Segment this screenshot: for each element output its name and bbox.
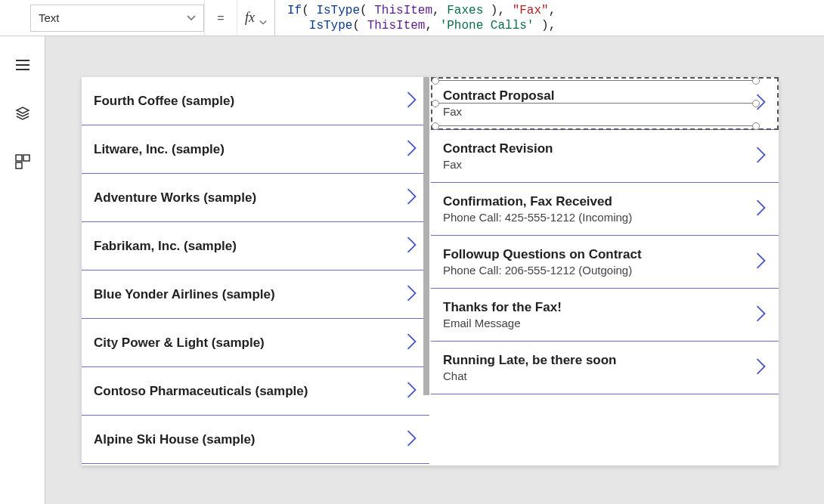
chevron-right-icon[interactable] (754, 303, 768, 327)
activities-gallery[interactable]: Contract ProposalFaxContract RevisionFax… (431, 77, 779, 465)
account-row[interactable]: Litware, Inc. (sample) (82, 125, 429, 174)
property-selector-label: Text (39, 11, 60, 24)
app-screen: Fourth Coffee (sample)Litware, Inc. (sam… (82, 77, 779, 465)
chevron-right-icon[interactable] (405, 331, 419, 355)
account-row[interactable]: Blue Yonder Airlines (sample) (82, 271, 429, 319)
chevron-right-icon[interactable] (405, 283, 419, 307)
resize-handle[interactable] (432, 122, 439, 130)
chevron-right-icon[interactable] (754, 250, 768, 274)
chevron-right-icon[interactable] (754, 356, 768, 380)
activity-title: Contract Proposal (443, 88, 554, 104)
resize-handle[interactable] (752, 77, 760, 85)
account-row[interactable]: Adventure Works (sample) (82, 174, 429, 222)
account-label: Adventure Works (sample) (94, 190, 256, 206)
account-label: City Power & Light (sample) (94, 335, 265, 351)
chevron-right-icon[interactable] (405, 138, 419, 162)
activity-subtitle: Phone Call: 206-555-1212 (Outgoing) (443, 264, 642, 277)
activity-title: Running Late, be there soon (443, 353, 617, 368)
chevron-right-icon[interactable] (405, 234, 419, 258)
resize-guide (435, 103, 756, 104)
components-icon[interactable] (12, 151, 33, 172)
activity-title: Thanks for the Fax! (443, 300, 562, 315)
account-row[interactable]: Fabrikam, Inc. (sample) (82, 222, 429, 271)
resize-guide (435, 80, 756, 81)
chevron-right-icon[interactable] (405, 89, 419, 113)
fx-button[interactable]: fx (237, 0, 275, 36)
account-label: Blue Yonder Airlines (sample) (94, 287, 275, 302)
resize-handle[interactable] (752, 100, 760, 107)
resize-handle[interactable] (432, 100, 439, 107)
tree-view-icon[interactable] (12, 103, 33, 124)
activity-row[interactable]: Thanks for the Fax!Email Message (431, 289, 779, 342)
scrollbar[interactable] (423, 77, 429, 395)
activity-title: Confirmation, Fax Received (443, 194, 632, 209)
svg-rect-2 (16, 162, 22, 169)
chevron-right-icon[interactable] (405, 428, 419, 452)
accounts-gallery[interactable]: Fourth Coffee (sample)Litware, Inc. (sam… (82, 77, 431, 465)
account-row[interactable]: Alpine Ski House (sample) (82, 416, 429, 464)
property-selector[interactable]: Text (27, 5, 204, 31)
activity-row[interactable]: Running Late, be there soonChat (431, 342, 779, 394)
chevron-right-icon[interactable] (754, 144, 768, 169)
chevron-right-icon[interactable] (405, 379, 419, 404)
account-label: Fabrikam, Inc. (sample) (94, 239, 237, 254)
account-label: Alpine Ski House (sample) (94, 432, 256, 447)
account-label: Contoso Pharmaceuticals (sample) (94, 384, 308, 399)
activity-row[interactable]: Confirmation, Fax ReceivedPhone Call: 42… (431, 183, 779, 236)
account-label: Litware, Inc. (sample) (94, 142, 225, 157)
activity-row[interactable]: Contract ProposalFax (431, 77, 779, 130)
fx-label: fx (245, 10, 255, 26)
chevron-right-icon[interactable] (405, 186, 419, 210)
hamburger-icon[interactable] (12, 54, 33, 76)
formula-input[interactable]: If( IsType( ThisItem, Faxes ), "Fax", Is… (275, 0, 824, 36)
activity-subtitle: Chat (443, 369, 617, 382)
resize-handle[interactable] (432, 77, 439, 85)
account-row[interactable]: City Power & Light (sample) (82, 319, 429, 367)
activity-subtitle: Fax (443, 158, 553, 171)
account-row[interactable]: Contoso Pharmaceuticals (sample) (82, 367, 429, 416)
formula-bar: Text = fx If( IsType( ThisItem, Faxes ),… (0, 0, 824, 36)
activity-row[interactable]: Contract RevisionFax (431, 130, 779, 183)
account-label: Fourth Coffee (sample) (94, 94, 234, 109)
activity-subtitle: Email Message (443, 317, 562, 329)
design-canvas[interactable]: Fourth Coffee (sample)Litware, Inc. (sam… (45, 36, 824, 504)
activity-title: Contract Revision (443, 141, 553, 156)
chevron-down-icon (259, 14, 267, 22)
account-row[interactable]: Fourth Coffee (sample) (82, 77, 429, 125)
chevron-right-icon[interactable] (754, 197, 768, 221)
equals-label: = (204, 0, 237, 36)
activity-title: Followup Questions on Contract (443, 247, 642, 262)
activity-row[interactable]: Followup Questions on ContractPhone Call… (431, 236, 779, 289)
svg-rect-1 (23, 155, 29, 161)
activity-subtitle: Phone Call: 425-555-1212 (Incoming) (443, 211, 632, 224)
activity-subtitle: Fax (443, 105, 554, 118)
resize-handle[interactable] (752, 122, 760, 130)
chevron-down-icon (187, 14, 196, 23)
resize-guide (435, 125, 756, 126)
left-rail (0, 36, 45, 504)
svg-rect-0 (16, 155, 22, 161)
